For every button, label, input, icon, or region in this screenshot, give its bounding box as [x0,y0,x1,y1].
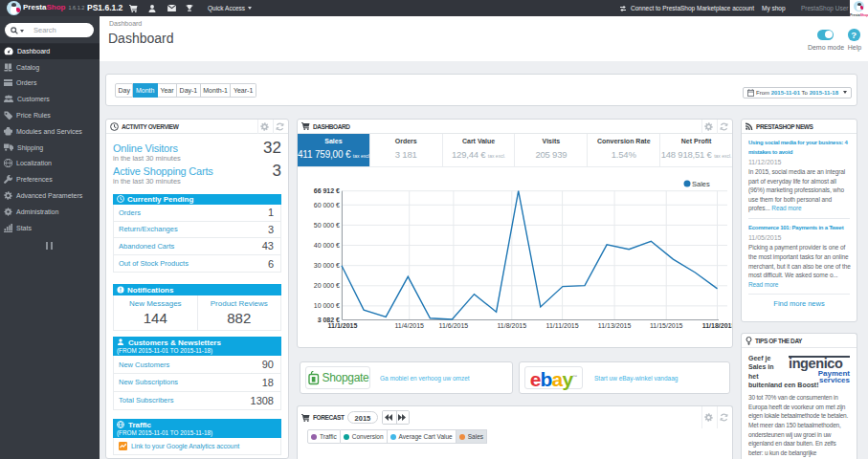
svg-text:66 912 €: 66 912 € [314,187,340,194]
svg-text:11/11/2015: 11/11/2015 [546,322,579,329]
svg-text:11/15/2015: 11/15/2015 [650,322,683,329]
svg-text:11/6/2015: 11/6/2015 [439,322,469,329]
svg-text:11/13/2015: 11/13/2015 [598,322,632,329]
svg-text:20 000 €: 20 000 € [314,282,340,289]
svg-text:40 000 €: 40 000 € [314,242,340,249]
svg-text:11/18/2015: 11/18/2015 [702,322,732,329]
svg-text:Sales: Sales [692,180,710,188]
svg-text:11/8/2015: 11/8/2015 [497,322,526,329]
svg-text:30 000 €: 30 000 € [314,262,340,269]
svg-text:10 000 €: 10 000 € [314,302,340,309]
svg-text:50 000 €: 50 000 € [314,222,340,229]
svg-text:11/4/2015: 11/4/2015 [394,322,424,329]
svg-text:11/1/2015: 11/1/2015 [328,322,358,329]
svg-text:60 000 €: 60 000 € [314,202,340,208]
